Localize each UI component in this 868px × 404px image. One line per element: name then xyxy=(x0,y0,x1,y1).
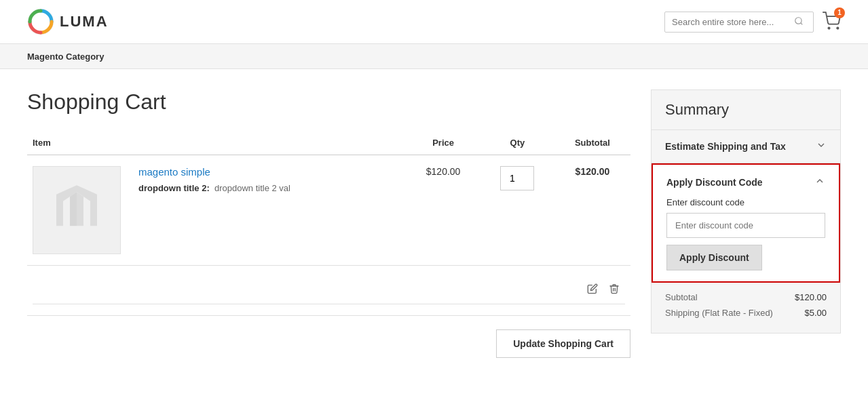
cart-actions-cell xyxy=(27,266,630,316)
site-header: LUMA 1 xyxy=(0,0,868,44)
col-header-item: Item xyxy=(27,131,126,155)
shipping-value: $5.00 xyxy=(804,308,827,318)
shipping-tax-label: Estimate Shipping and Tax xyxy=(665,141,786,152)
product-name[interactable]: magento simple xyxy=(138,166,400,178)
summary-title: Summary xyxy=(652,90,840,130)
summary-box: Summary Estimate Shipping and Tax Apply … xyxy=(651,89,841,334)
product-option-value: dropdown title 2 val xyxy=(214,183,290,193)
delete-icon[interactable] xyxy=(609,283,620,297)
edit-icon[interactable] xyxy=(587,283,598,297)
product-subtotal-cell: $120.00 xyxy=(554,155,630,266)
col-header-price: Price xyxy=(406,131,480,155)
nav-category-label[interactable]: Magento Category xyxy=(27,52,104,62)
product-option-label: dropdown title 2: xyxy=(138,183,210,193)
product-image-cell xyxy=(27,155,126,266)
shipping-row: Shipping (Flat Rate - Fixed) $5.00 xyxy=(665,308,827,318)
cart-actions-row xyxy=(27,266,630,316)
summary-sidebar: Summary Estimate Shipping and Tax Apply … xyxy=(651,89,841,334)
discount-label: Enter discount code xyxy=(666,197,825,207)
cart-table: Item Price Qty Subtotal xyxy=(27,131,630,316)
search-input[interactable] xyxy=(672,17,794,27)
cart-table-header-row: Item Price Qty Subtotal xyxy=(27,131,630,155)
svg-point-1 xyxy=(795,17,801,23)
product-option: dropdown title 2: dropdown title 2 val xyxy=(138,183,400,193)
chevron-down-icon xyxy=(816,140,827,153)
page-title: Shopping Cart xyxy=(27,89,630,115)
luma-logo-icon xyxy=(27,8,54,35)
cart-icon-wrapper[interactable]: 1 xyxy=(822,12,841,33)
discount-section-title: Apply Discount Code xyxy=(666,177,763,188)
cart-section: Shopping Cart Item Price Qty Subtotal xyxy=(27,89,630,371)
apply-discount-button[interactable]: Apply Discount xyxy=(666,245,762,270)
discount-header[interactable]: Apply Discount Code xyxy=(666,176,825,189)
update-cart-button[interactable]: Update Shopping Cart xyxy=(496,329,630,358)
search-icon[interactable] xyxy=(794,16,804,28)
cart-actions xyxy=(33,277,625,304)
logo-text: LUMA xyxy=(60,13,109,31)
chevron-up-icon xyxy=(814,176,825,189)
search-bar[interactable] xyxy=(664,12,814,33)
subtotal-value: $120.00 xyxy=(795,292,827,302)
discount-section: Apply Discount Code Enter discount code … xyxy=(652,163,840,283)
cart-footer: Update Shopping Cart xyxy=(27,316,630,371)
shipping-tax-row[interactable]: Estimate Shipping and Tax xyxy=(652,130,840,163)
cart-badge: 1 xyxy=(834,7,845,18)
product-price-cell: $120.00 xyxy=(406,155,480,266)
discount-code-input[interactable] xyxy=(666,213,825,238)
header-right: 1 xyxy=(664,12,841,33)
product-details-cell: magento simple dropdown title 2: dropdow… xyxy=(126,155,406,266)
subtotal-row: Subtotal $120.00 xyxy=(665,292,827,302)
qty-input[interactable] xyxy=(500,166,534,190)
col-header-subtotal: Subtotal xyxy=(554,131,630,155)
col-header-qty: Qty xyxy=(480,131,554,155)
product-image xyxy=(33,166,121,254)
logo-area[interactable]: LUMA xyxy=(27,8,109,35)
svg-line-2 xyxy=(801,22,803,24)
main-content: Shopping Cart Item Price Qty Subtotal xyxy=(0,69,868,392)
nav-bar: Magento Category xyxy=(0,44,868,69)
table-row: magento simple dropdown title 2: dropdow… xyxy=(27,155,630,266)
product-details: magento simple dropdown title 2: dropdow… xyxy=(132,166,400,193)
svg-point-3 xyxy=(828,27,829,28)
svg-point-4 xyxy=(837,27,838,28)
product-qty-cell xyxy=(480,155,554,266)
subtotal-label: Subtotal xyxy=(665,292,698,302)
summary-totals: Subtotal $120.00 Shipping (Flat Rate - F… xyxy=(652,283,840,333)
shipping-label: Shipping (Flat Rate - Fixed) xyxy=(665,308,773,318)
